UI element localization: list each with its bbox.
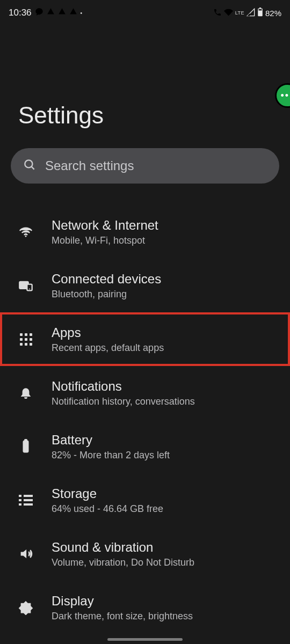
signal-icon — [247, 8, 255, 18]
item-title: Sound & vibration — [52, 540, 194, 555]
item-title: Battery — [52, 433, 170, 448]
svg-point-8 — [29, 288, 30, 289]
settings-item-storage[interactable]: Storage 64% used - 46.64 GB free — [0, 473, 290, 527]
network-lte-label: LTE — [235, 10, 244, 16]
notification-icon-1 — [47, 8, 55, 18]
storage-icon — [16, 491, 35, 510]
settings-list: Network & Internet Mobile, Wi-Fi, hotspo… — [0, 205, 290, 634]
settings-item-connected-devices[interactable]: Connected devices Bluetooth, pairing — [0, 259, 290, 312]
item-subtitle: Dark theme, font size, brightness — [52, 611, 193, 622]
svg-rect-9 — [23, 441, 28, 452]
svg-point-3 — [25, 160, 32, 167]
status-left: 10:36 • — [9, 8, 82, 19]
item-subtitle: 82% - More than 2 days left — [52, 450, 170, 461]
item-subtitle: Mobile, Wi-Fi, hotspot — [52, 235, 158, 246]
item-subtitle: 64% used - 46.64 GB free — [52, 503, 163, 515]
battery-icon — [16, 437, 35, 456]
home-indicator[interactable] — [107, 638, 183, 641]
dots-icon: ••• — [281, 90, 290, 101]
settings-item-apps[interactable]: Apps Recent apps, default apps — [0, 312, 290, 366]
wifi-icon — [224, 8, 233, 18]
item-subtitle: Notification history, conversations — [52, 396, 195, 407]
item-subtitle: Volume, vibration, Do Not Disturb — [52, 557, 194, 568]
brightness-icon — [16, 598, 35, 617]
search-icon — [23, 158, 37, 174]
svg-rect-2 — [258, 9, 262, 11]
item-subtitle: Recent apps, default apps — [52, 342, 164, 354]
item-title: Storage — [52, 486, 163, 501]
wifi-icon — [16, 222, 35, 241]
settings-item-display[interactable]: Display Dark theme, font size, brightnes… — [0, 581, 290, 634]
status-bar: 10:36 • LTE 82% — [0, 0, 290, 21]
devices-icon — [16, 276, 35, 295]
battery-icon — [257, 8, 263, 18]
notification-icon-2 — [58, 8, 66, 18]
svg-line-4 — [31, 166, 34, 169]
item-title: Display — [52, 594, 193, 609]
wifi-calling-icon — [213, 8, 222, 18]
svg-point-5 — [25, 236, 27, 237]
apps-grid-icon — [16, 330, 35, 349]
settings-item-network[interactable]: Network & Internet Mobile, Wi-Fi, hotspo… — [0, 205, 290, 259]
settings-item-notifications[interactable]: Notifications Notification history, conv… — [0, 366, 290, 420]
notification-dot-icon: • — [81, 10, 83, 16]
item-title: Connected devices — [52, 272, 161, 287]
search-placeholder: Search settings — [45, 158, 134, 173]
item-title: Network & Internet — [52, 218, 158, 233]
search-settings[interactable]: Search settings — [11, 148, 279, 184]
status-time: 10:36 — [9, 8, 32, 18]
notification-icon-3 — [69, 8, 77, 18]
svg-rect-7 — [27, 284, 32, 291]
svg-rect-1 — [259, 8, 261, 9]
chat-bubble-icon — [35, 8, 44, 19]
page-title: Settings — [0, 21, 290, 148]
settings-item-sound[interactable]: Sound & vibration Volume, vibration, Do … — [0, 527, 290, 581]
status-right: LTE 82% — [213, 8, 281, 18]
item-subtitle: Bluetooth, pairing — [52, 289, 161, 300]
item-title: Apps — [52, 325, 164, 340]
battery-percent: 82% — [265, 9, 281, 18]
bell-icon — [16, 383, 35, 402]
item-title: Notifications — [52, 379, 195, 394]
settings-item-battery[interactable]: Battery 82% - More than 2 days left — [0, 420, 290, 473]
speaker-icon — [16, 544, 35, 564]
svg-rect-10 — [25, 440, 27, 441]
